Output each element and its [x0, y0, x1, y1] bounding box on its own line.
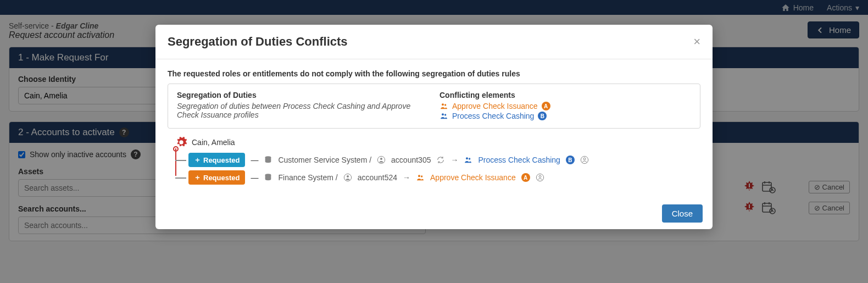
sod-label: Segregation of Duties [177, 91, 429, 99]
tree-branch [175, 160, 186, 161]
requested-tag: ＋Requested [188, 170, 245, 185]
svg-point-24 [418, 175, 420, 177]
users-icon [464, 156, 472, 164]
modal-warning-text: The requested roles or entitlements do n… [168, 69, 700, 78]
arrow-right-icon: → [403, 173, 410, 182]
letter-a-badge: A [521, 173, 530, 182]
profile-link[interactable]: Process Check Cashing [478, 156, 560, 164]
sod-description: Segregation of duties between Process Ch… [177, 102, 429, 119]
svg-point-17 [466, 157, 468, 159]
system-name: Finance System / [278, 173, 337, 182]
profile-link[interactable]: Approve Check Issuance [430, 173, 516, 182]
dash: — [251, 173, 258, 182]
plus-icon: ＋ [194, 155, 201, 165]
request-tree: Cain, Amelia ＋Requested — Customer Servi… [168, 136, 700, 185]
svg-point-13 [444, 114, 446, 115]
modal-close-x[interactable]: × [693, 35, 700, 49]
svg-point-10 [442, 103, 444, 106]
request-row: ＋Requested — Finance System / account524… [175, 170, 700, 185]
modal-header: Segregation of Duties Conflicts × [155, 25, 713, 59]
tree-user-name: Cain, Amelia [192, 138, 235, 147]
modal-title: Segregation of Duties Conflicts [168, 35, 348, 49]
users-icon [439, 112, 448, 120]
sod-conflicts-modal: Segregation of Duties Conflicts × The re… [155, 25, 713, 229]
refresh-icon [436, 156, 445, 164]
svg-point-18 [469, 158, 470, 159]
svg-point-12 [442, 113, 444, 115]
requested-label: Requested [203, 156, 240, 164]
arrow-right-icon: → [450, 156, 458, 164]
svg-point-27 [539, 175, 541, 177]
close-button[interactable]: Close [662, 204, 703, 223]
conflict-a-link[interactable]: Approve Check Issuance [452, 102, 538, 110]
tree-branch [175, 177, 186, 179]
svg-point-16 [380, 158, 382, 160]
conflicting-elements-label: Conflicting elements [439, 91, 691, 99]
modal-footer: Close [155, 198, 713, 229]
letter-b-badge: B [538, 112, 547, 120]
users-icon [416, 173, 425, 182]
requested-label: Requested [203, 174, 240, 182]
user-outline-icon [536, 173, 544, 182]
system-name: Customer Service System / [278, 156, 371, 164]
database-icon [264, 173, 272, 182]
plus-icon: ＋ [194, 173, 201, 182]
letter-a-badge: A [542, 102, 550, 110]
tree-user-row: Cain, Amelia [175, 136, 700, 148]
letter-b-badge: B [566, 156, 575, 164]
user-circle-icon [343, 173, 352, 182]
dash: — [251, 156, 258, 164]
conflict-b-link[interactable]: Process Check Cashing [452, 112, 534, 120]
user-circle-icon [377, 156, 386, 164]
sod-rule-box: Segregation of Duties Segregation of dut… [168, 84, 700, 129]
conflict-item: Process Check Cashing B [439, 112, 691, 120]
user-outline-icon [580, 156, 589, 164]
request-row: ＋Requested — Customer Service System / a… [175, 153, 700, 167]
users-icon [439, 102, 448, 110]
svg-point-25 [421, 175, 422, 177]
database-icon [264, 156, 272, 164]
account-name: account305 [391, 156, 431, 164]
requested-tag: ＋Requested [188, 153, 245, 167]
svg-point-20 [583, 158, 586, 160]
conflict-item: Approve Check Issuance A [439, 102, 691, 110]
svg-point-23 [347, 175, 349, 177]
account-name: account524 [358, 173, 397, 182]
svg-point-11 [444, 104, 446, 106]
